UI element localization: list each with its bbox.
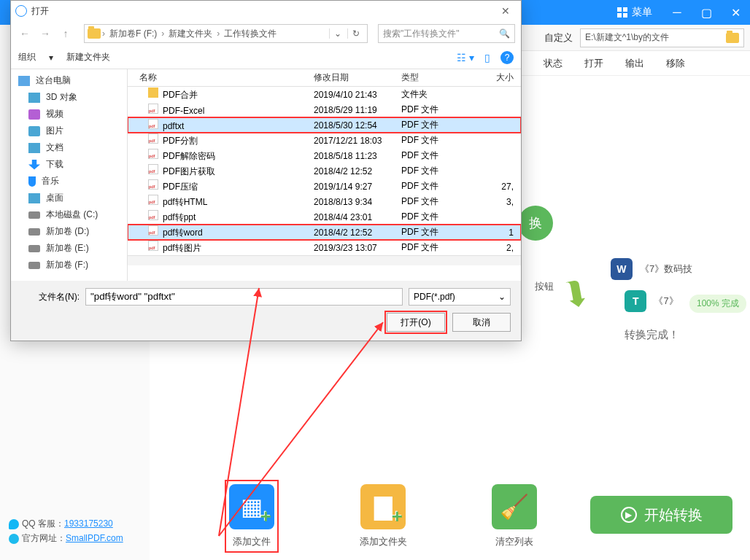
add-file-icon: ▦ [229, 484, 274, 529]
sidebar-item[interactable]: 音乐 [11, 173, 127, 190]
qq-link[interactable]: 1933175230 [64, 518, 113, 529]
file-row[interactable]: pdf转HTML2018/8/13 9:34PDF 文件3, [128, 194, 521, 209]
pdf-icon [148, 179, 158, 190]
file-list: 名称 修改日期 类型 大小 PDF合并2019/4/10 21:43文件夹PDF… [128, 69, 521, 281]
file-open-dialog: 打开 ✕ ← → ↑ › 新加卷F (F:) › 新建文件夹 › 工作转换文件 … [10, 0, 522, 341]
play-icon: ▶ [621, 507, 637, 523]
crumb-folder1[interactable]: 新建文件夹 [166, 28, 215, 40]
search-placeholder: 搜索"工作转换文件" [383, 28, 460, 40]
file-row[interactable]: PDF合并2019/4/10 21:43文件夹 [128, 87, 521, 102]
output-path-field[interactable]: E:\新建文^1\by的文件 [580, 28, 744, 47]
location-icon [28, 193, 40, 203]
menu-button[interactable]: 菜单 [607, 0, 662, 25]
dialog-sidebar: 这台电脑3D 对象视频图片文档下载音乐桌面本地磁盘 (C:)新加卷 (D:)新加… [11, 69, 128, 281]
open-button[interactable]: 打开(O) [387, 313, 445, 332]
up-button[interactable]: ↑ [58, 26, 74, 42]
app-footer: QQ 客服：1933175230 官方网址：SmallPDF.com [9, 516, 123, 545]
result-file-2[interactable]: T 《7》 [625, 290, 678, 312]
menu-label: 菜单 [632, 6, 652, 19]
view-mode-button[interactable]: ☷ ▾ [457, 52, 474, 63]
search-input[interactable]: 搜索"工作转换文件" 🔍 [378, 24, 515, 43]
pdf-icon [148, 119, 158, 129]
file-row[interactable]: PDF图片获取2018/4/2 12:52PDF 文件 [128, 163, 521, 179]
file-row[interactable]: PDF-Excel2018/5/29 11:19PDF 文件 [128, 102, 521, 117]
menu-icon [617, 7, 627, 18]
dialog-close-button[interactable]: ✕ [495, 5, 517, 17]
text-icon: T [625, 290, 646, 312]
pdf-icon [148, 210, 158, 220]
forward-button[interactable]: → [37, 26, 53, 42]
refresh-button[interactable]: ↻ [347, 28, 364, 39]
folder-icon [726, 33, 739, 43]
file-row[interactable]: PDF分割2017/12/21 18:03PDF 文件 [128, 133, 521, 148]
file-row[interactable]: pdf转word2018/4/2 12:52PDF 文件1 [128, 225, 521, 240]
col-type[interactable]: 类型 [401, 71, 463, 84]
file-row[interactable]: pdf转图片2019/3/23 13:07PDF 文件2, [128, 240, 521, 255]
window-controls: ─ ▢ ✕ [662, 0, 750, 25]
button-hint: 按钮 [535, 280, 554, 293]
horizontal-scrollbar[interactable] [128, 255, 521, 265]
dialog-footer: 文件名(N): PDF(*.pdf)⌄ 打开(O) 取消 [11, 281, 521, 341]
filetype-select[interactable]: PDF(*.pdf)⌄ [409, 288, 511, 306]
pdf-icon [148, 225, 158, 236]
word-icon: W [611, 258, 633, 280]
sidebar-item[interactable]: 3D 对象 [11, 89, 127, 106]
add-folder-button[interactable]: ▇ 添加文件夹 [317, 484, 449, 548]
pdf-icon [148, 241, 158, 251]
file-row[interactable]: pdf转ppt2018/4/4 23:01PDF 文件 [128, 209, 521, 225]
sidebar-item[interactable]: 这台电脑 [11, 72, 127, 89]
col-name[interactable]: 名称 [128, 71, 314, 84]
app-icon [15, 5, 27, 17]
crumb-folder2[interactable]: 工作转换文件 [221, 28, 279, 40]
dialog-title: 打开 [31, 5, 49, 18]
location-icon [28, 93, 40, 103]
file-row[interactable]: pdftxt2018/5/30 12:54PDF 文件 [128, 117, 521, 133]
search-icon: 🔍 [499, 28, 510, 39]
back-button[interactable]: ← [17, 26, 33, 42]
clear-list-button[interactable]: 🧹 清空列表 [449, 484, 580, 548]
file-row[interactable]: PDF压缩2019/1/14 9:27PDF 文件27, [128, 179, 521, 194]
sidebar-item[interactable]: 桌面 [11, 190, 127, 206]
sidebar-item[interactable]: 文档 [11, 139, 127, 156]
pdf-icon [148, 195, 158, 205]
preview-pane-button[interactable]: ▯ [484, 52, 490, 63]
maximize-button[interactable]: ▢ [692, 0, 721, 25]
sidebar-item[interactable]: 视频 [11, 106, 127, 122]
filename-label: 文件名(N): [21, 291, 80, 303]
close-button[interactable]: ✕ [721, 0, 750, 25]
add-file-button[interactable]: ▦ 添加文件 [186, 480, 317, 553]
crumb-drive[interactable]: 新加卷F (F:) [107, 28, 160, 40]
filename-input[interactable] [85, 288, 403, 306]
result-panel: 按钮 W 《7》数码技 T 《7》 100% 完成 转换完成！ [564, 258, 739, 342]
location-icon [28, 228, 40, 236]
qq-icon [9, 519, 19, 529]
col-size[interactable]: 大小 [463, 71, 521, 84]
col-date[interactable]: 修改日期 [314, 71, 401, 84]
cancel-button[interactable]: 取消 [452, 313, 511, 332]
progress-badge: 100% 完成 [689, 295, 746, 313]
dialog-toolbar: 组织 ▾ 新建文件夹 ☷ ▾ ▯ ? [11, 46, 521, 69]
breadcrumb-dropdown[interactable]: ⌄ [329, 28, 346, 39]
custom-label: 自定义 [544, 31, 573, 44]
done-label: 转换完成！ [564, 328, 739, 342]
site-link[interactable]: SmallPDF.com [66, 533, 123, 543]
new-folder-button[interactable]: 新建文件夹 [66, 51, 110, 63]
sidebar-item[interactable]: 图片 [11, 122, 127, 139]
pdf-icon [148, 133, 158, 144]
sidebar-item[interactable]: 新加卷 (D:) [11, 223, 127, 240]
help-icon[interactable]: ? [500, 51, 514, 64]
location-icon [28, 245, 40, 252]
sidebar-item[interactable]: 新加卷 (E:) [11, 240, 127, 257]
organize-button[interactable]: 组织 [18, 51, 36, 63]
file-row[interactable]: PDF解除密码2018/5/18 11:23PDF 文件 [128, 148, 521, 163]
breadcrumb[interactable]: › 新加卷F (F:) › 新建文件夹 › 工作转换文件 ⌄ ↻ [84, 24, 368, 43]
output-path-text: E:\新建文^1\by的文件 [585, 31, 669, 44]
sidebar-item[interactable]: 本地磁盘 (C:) [11, 206, 127, 223]
sidebar-item[interactable]: 下载 [11, 156, 127, 173]
folder-icon [88, 28, 101, 39]
result-file-1[interactable]: W 《7》数码技 [611, 258, 692, 280]
start-convert-button[interactable]: ▶ 开始转换 [590, 496, 732, 534]
browser-icon [9, 534, 19, 544]
minimize-button[interactable]: ─ [662, 0, 692, 25]
sidebar-item[interactable]: 新加卷 (F:) [11, 257, 127, 273]
